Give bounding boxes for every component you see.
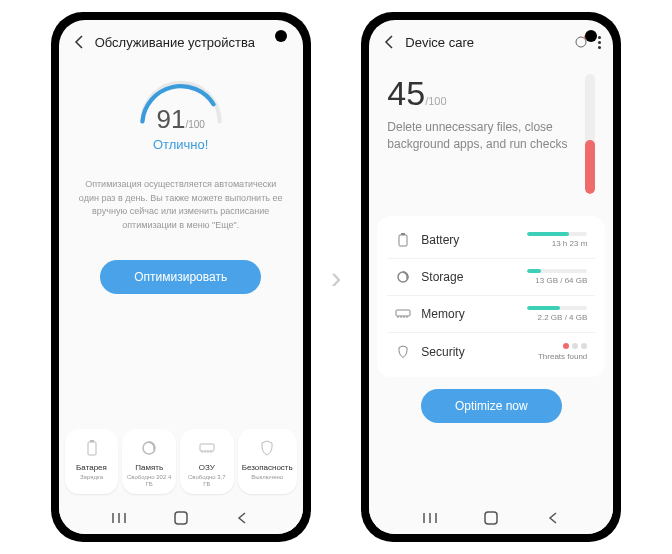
- svg-rect-11: [485, 512, 497, 524]
- card-security[interactable]: Security Threats found: [387, 332, 595, 371]
- card-memory[interactable]: Memory 2.2 GB / 4 GB: [387, 295, 595, 332]
- battery-icon: [395, 232, 411, 248]
- tile-battery[interactable]: БатареяЗарядка: [65, 429, 119, 494]
- header: Обслуживание устройства: [59, 20, 303, 60]
- phone-left: Обслуживание устройства 91/100 Отлично! …: [51, 12, 311, 542]
- battery-icon: [83, 439, 101, 457]
- score-max: /100: [425, 95, 446, 107]
- storage-icon: [140, 439, 158, 457]
- more-icon[interactable]: [598, 36, 601, 49]
- tile-storage[interactable]: ПамятьСвободно 202.4 ГБ: [122, 429, 176, 494]
- description-text: Оптимизация осуществляется автоматически…: [59, 160, 303, 250]
- svg-rect-1: [90, 440, 94, 442]
- shield-icon: [395, 344, 411, 360]
- storage-icon: [395, 269, 411, 285]
- category-cards: Battery 13 h 23 m Storage 13 GB / 64 GB …: [377, 216, 605, 377]
- page-title: Device care: [405, 35, 474, 50]
- status-dots: [563, 343, 587, 349]
- back-icon[interactable]: [381, 34, 397, 50]
- score-value: 45: [387, 74, 425, 112]
- nav-back-icon[interactable]: [232, 510, 252, 526]
- advice-text: Delete unnecessary files, close backgrou…: [387, 119, 573, 153]
- svg-rect-8: [401, 233, 405, 235]
- card-storage[interactable]: Storage 13 GB / 64 GB: [387, 258, 595, 295]
- nav-home-icon[interactable]: [481, 510, 501, 526]
- page-title: Обслуживание устройства: [95, 35, 255, 50]
- shield-icon: [258, 439, 276, 457]
- tile-security[interactable]: БезопасностьВыключено: [238, 429, 297, 494]
- score-gauge: 91/100 Отлично!: [59, 60, 303, 160]
- back-icon[interactable]: [71, 34, 87, 50]
- card-battery[interactable]: Battery 13 h 23 m: [387, 222, 595, 258]
- svg-rect-3: [200, 444, 214, 451]
- navbar: [369, 502, 613, 534]
- score-section: 45/100 Delete unnecessary files, close b…: [369, 60, 613, 208]
- category-tiles: БатареяЗарядка ПамятьСвободно 202.4 ГБ О…: [59, 421, 303, 502]
- svg-rect-7: [399, 235, 407, 246]
- header: Device care: [369, 20, 613, 60]
- arrow-icon: ›: [331, 259, 342, 296]
- score-label: Отлично!: [153, 137, 208, 152]
- optimize-button[interactable]: Optimize now: [421, 389, 562, 423]
- svg-rect-10: [396, 310, 410, 316]
- tile-memory[interactable]: ОЗУСвободно 3,7 ГБ: [180, 429, 234, 494]
- nav-recents-icon[interactable]: [420, 510, 440, 526]
- phone-right: Device care 45/100 Delete unnecessary fi…: [361, 12, 621, 542]
- memory-icon: [198, 439, 216, 457]
- navbar: [59, 502, 303, 534]
- score-bar: [585, 74, 595, 194]
- nav-recents-icon[interactable]: [109, 510, 129, 526]
- nav-back-icon[interactable]: [543, 510, 563, 526]
- svg-rect-4: [175, 512, 187, 524]
- memory-icon: [395, 306, 411, 322]
- nav-home-icon[interactable]: [171, 510, 191, 526]
- camera-hole: [275, 30, 287, 42]
- optimize-button[interactable]: Оптимизировать: [100, 260, 261, 294]
- svg-rect-0: [88, 442, 96, 455]
